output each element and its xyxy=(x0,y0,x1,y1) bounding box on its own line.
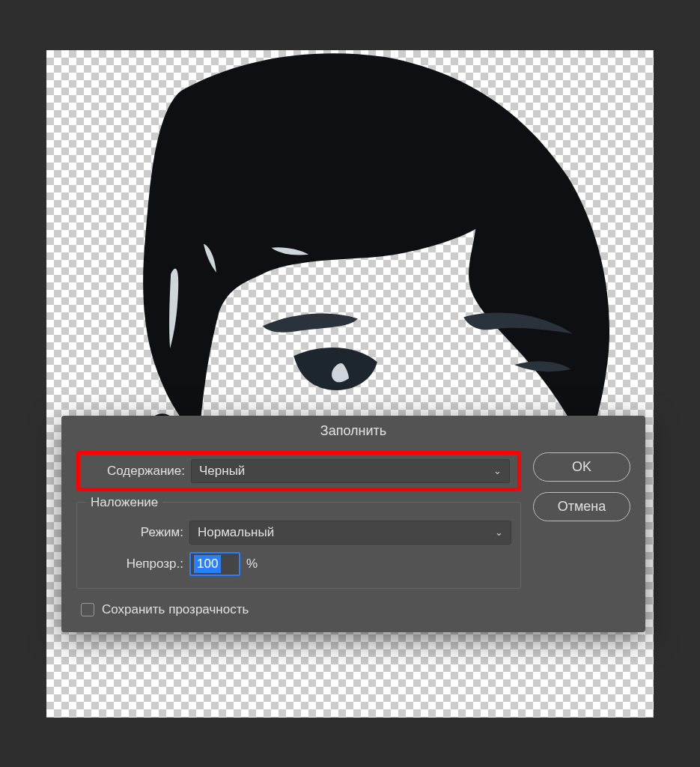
chevron-down-icon: ⌄ xyxy=(493,465,502,476)
mode-label: Режим: xyxy=(86,525,183,540)
dialog-title: Заполнить xyxy=(61,416,645,446)
content-row-highlight: Содержание: Черный ⌄ xyxy=(76,451,521,491)
canvas-document[interactable]: Заполнить Содержание: Черный ⌄ Наложение… xyxy=(45,49,655,719)
ok-button[interactable]: OK xyxy=(533,452,630,482)
opacity-unit: % xyxy=(246,557,258,572)
content-select[interactable]: Черный ⌄ xyxy=(191,459,510,483)
content-select-value: Черный xyxy=(199,464,245,479)
fill-dialog: Заполнить Содержание: Черный ⌄ Наложение… xyxy=(61,416,645,632)
mode-select[interactable]: Нормальный ⌄ xyxy=(189,521,511,545)
opacity-input[interactable]: 100 xyxy=(189,552,240,576)
mode-select-value: Нормальный xyxy=(198,525,274,540)
overlay-legend: Наложение xyxy=(86,495,162,510)
preserve-transparency-checkbox[interactable] xyxy=(81,603,94,616)
preserve-transparency-label: Сохранить прозрачность xyxy=(102,602,249,617)
overlay-fieldset: Наложение Режим: Нормальный ⌄ Непрозр.: … xyxy=(76,502,521,589)
opacity-value: 100 xyxy=(194,555,221,573)
cancel-button[interactable]: Отмена xyxy=(533,492,630,521)
chevron-down-icon: ⌄ xyxy=(495,527,503,538)
opacity-label: Непрозр.: xyxy=(86,557,183,572)
content-label: Содержание: xyxy=(88,464,185,479)
